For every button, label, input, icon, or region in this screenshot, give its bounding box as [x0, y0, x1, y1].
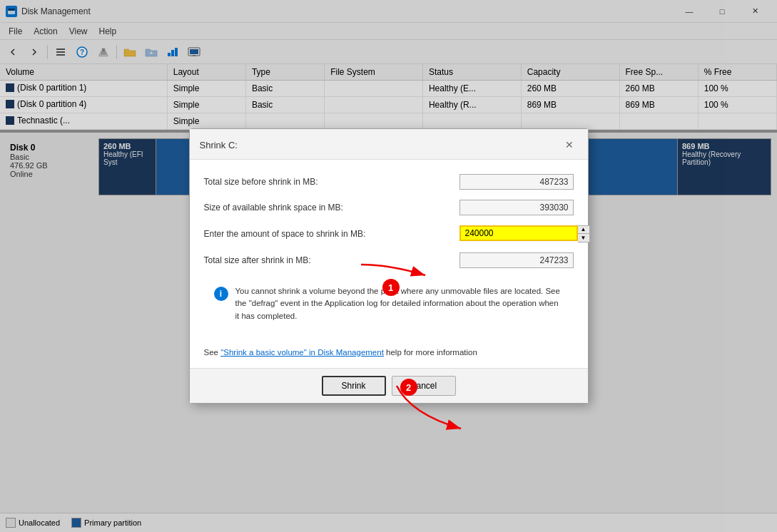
spin-down-button[interactable]: ▼	[578, 234, 589, 242]
dialog-overlay: Shrink C: ✕ Total size before shrink in …	[0, 0, 777, 532]
shrink-amount-input-wrap: ▲ ▼	[459, 225, 574, 242]
form-row-shrink-amount: Enter the amount of space to shrink in M…	[204, 225, 574, 242]
form-row-total-after: Total size after shrink in MB:	[204, 252, 574, 268]
available-label: Size of available shrink space in MB:	[204, 203, 459, 213]
dialog-body: Total size before shrink in MB: Size of …	[190, 160, 588, 341]
form-row-total-size: Total size before shrink in MB:	[204, 174, 574, 190]
dialog-close-button[interactable]: ✕	[561, 136, 578, 153]
shrink-amount-label: Enter the amount of space to shrink in M…	[204, 229, 459, 239]
spin-up-button[interactable]: ▲	[578, 226, 589, 234]
help-link[interactable]: "Shrink a basic volume" in Disk Manageme…	[220, 348, 384, 357]
info-box: i You cannot shrink a volume beyond the …	[204, 278, 574, 329]
shrink-amount-input[interactable]	[459, 225, 578, 241]
total-after-value	[459, 252, 574, 268]
form-row-available: Size of available shrink space in MB:	[204, 200, 574, 215]
help-text-area: See "Shrink a basic volume" in Disk Mana…	[190, 341, 588, 368]
total-after-label: Total size after shrink in MB:	[204, 255, 459, 265]
available-value	[459, 200, 574, 215]
info-icon: i	[214, 287, 228, 301]
dialog-titlebar: Shrink C: ✕	[190, 129, 588, 160]
shrink-button[interactable]: Shrink	[322, 376, 386, 396]
dialog-footer: Shrink Cancel	[190, 368, 588, 403]
info-text: You cannot shrink a volume beyond the po…	[235, 285, 564, 322]
shrink-dialog: Shrink C: ✕ Total size before shrink in …	[189, 128, 589, 404]
cancel-button[interactable]: Cancel	[392, 376, 456, 396]
spin-buttons: ▲ ▼	[578, 225, 590, 242]
dialog-title: Shrink C:	[200, 140, 238, 150]
total-size-value	[459, 174, 574, 190]
help-text-prefix: See	[204, 348, 221, 357]
help-text-suffix: help for more information	[384, 348, 477, 357]
total-size-label: Total size before shrink in MB:	[204, 177, 459, 187]
